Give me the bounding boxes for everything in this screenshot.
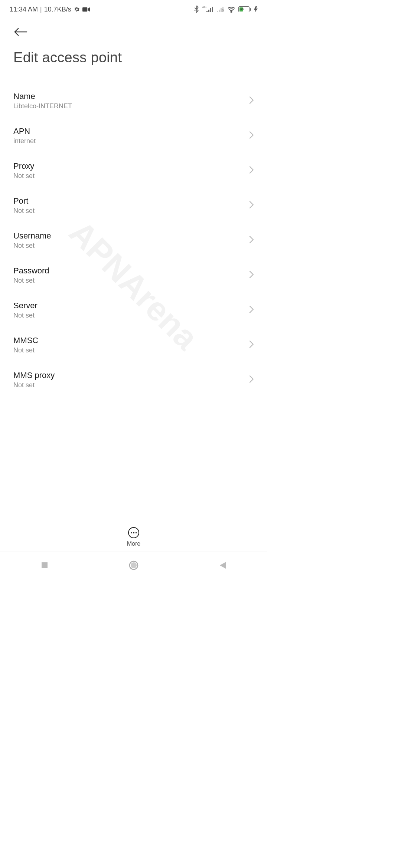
settings-item-label: Proxy — [13, 161, 35, 171]
status-speed: 10.7KB/s — [44, 6, 71, 13]
svg-rect-6 — [219, 10, 220, 12]
page-title: Edit access point — [13, 50, 254, 66]
settings-item-apn[interactable]: APN internet — [0, 118, 267, 153]
settings-item-label: Name — [13, 92, 72, 101]
svg-point-12 — [131, 562, 137, 568]
settings-item-value: Not set — [13, 346, 38, 354]
svg-rect-5 — [217, 11, 218, 12]
settings-item-name[interactable]: Name Libtelco-INTERNET — [0, 83, 267, 118]
chevron-right-icon — [249, 305, 254, 315]
chevron-right-icon — [249, 96, 254, 106]
chevron-right-icon — [249, 131, 254, 141]
svg-rect-3 — [210, 8, 211, 12]
settings-item-mms-proxy[interactable]: MMS proxy Not set — [0, 362, 267, 397]
wifi-icon — [227, 6, 235, 13]
charging-icon — [254, 6, 258, 13]
battery-level: 38 — [240, 7, 244, 11]
nav-back-button[interactable] — [215, 558, 230, 573]
settings-item-value: Not set — [13, 277, 49, 285]
status-divider: | — [40, 6, 42, 13]
battery-icon: 38 — [238, 6, 251, 12]
bluetooth-icon — [194, 6, 199, 13]
settings-item-value: Not set — [13, 312, 38, 319]
settings-item-label: Server — [13, 301, 38, 310]
svg-rect-0 — [82, 7, 87, 11]
settings-item-value: Libtelco-INTERNET — [13, 102, 72, 110]
nav-recent-button[interactable] — [37, 558, 52, 573]
arrow-left-icon — [13, 27, 27, 36]
status-right: 4G 38 — [194, 6, 258, 13]
settings-item-port[interactable]: Port Not set — [0, 188, 267, 223]
settings-item-proxy[interactable]: Proxy Not set — [0, 153, 267, 188]
status-bar: 11:34 AM | 10.7KB/s 4G 38 — [0, 0, 267, 19]
chevron-right-icon — [249, 165, 254, 176]
settings-item-value: Not set — [13, 242, 51, 250]
svg-point-9 — [231, 11, 232, 13]
triangle-left-icon — [219, 561, 226, 569]
video-icon — [82, 7, 90, 12]
signal-4g-icon: 4G — [202, 6, 214, 12]
chevron-right-icon — [249, 375, 254, 385]
settings-item-label: Username — [13, 231, 51, 241]
status-left: 11:34 AM | 10.7KB/s — [10, 6, 90, 13]
gear-icon — [74, 6, 80, 13]
nav-home-button[interactable] — [126, 558, 141, 573]
svg-rect-1 — [206, 11, 208, 12]
settings-item-username[interactable]: Username Not set — [0, 223, 267, 258]
settings-item-server[interactable]: Server Not set — [0, 293, 267, 328]
chevron-right-icon — [249, 200, 254, 211]
settings-item-value: Not set — [13, 207, 35, 215]
status-time: 11:34 AM — [10, 6, 38, 13]
settings-list: Name Libtelco-INTERNET APN internet Prox… — [0, 83, 267, 397]
settings-item-value: Not set — [13, 172, 35, 180]
settings-item-label: MMS proxy — [13, 371, 55, 380]
svg-rect-4 — [212, 7, 213, 12]
back-button[interactable] — [13, 25, 27, 39]
app-header: Edit access point — [0, 19, 267, 66]
signal-none-icon — [217, 6, 224, 12]
settings-item-label: APN — [13, 126, 36, 136]
svg-rect-2 — [208, 10, 209, 12]
settings-item-label: Port — [13, 196, 35, 206]
svg-rect-10 — [42, 562, 48, 568]
navigation-bar — [0, 552, 267, 579]
square-icon — [41, 562, 48, 569]
settings-item-value: internet — [13, 137, 36, 145]
chevron-right-icon — [249, 340, 254, 350]
settings-item-label: Password — [13, 266, 49, 276]
chevron-right-icon — [249, 270, 254, 280]
chevron-right-icon — [249, 235, 254, 246]
settings-item-label: MMSC — [13, 336, 38, 345]
settings-item-mmsc[interactable]: MMSC Not set — [0, 328, 267, 362]
settings-item-password[interactable]: Password Not set — [0, 258, 267, 293]
settings-item-value: Not set — [13, 381, 55, 389]
svg-rect-7 — [221, 8, 222, 12]
circle-icon — [129, 560, 138, 570]
